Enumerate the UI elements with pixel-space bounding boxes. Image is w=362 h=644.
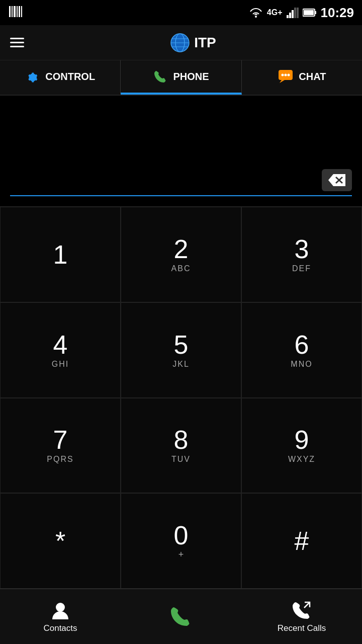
gear-icon (25, 69, 40, 84)
contacts-button[interactable]: Contacts (0, 589, 121, 644)
key-number-11: # (295, 528, 309, 554)
barcode-icon (8, 4, 23, 19)
svg-rect-2 (14, 6, 16, 17)
tab-chat-label: CHAT (299, 71, 326, 83)
svg-rect-10 (294, 8, 296, 18)
app-header: ITP (0, 25, 362, 60)
svg-point-6 (255, 16, 257, 18)
key-number-1: 2 (174, 236, 189, 262)
tab-phone[interactable]: PHONE (121, 60, 241, 95)
main-content: 12ABC3DEF4GHI5JKL6MNO7PQRS8TUV9WXYZ*0+# … (0, 96, 362, 644)
key-number-0: 1 (53, 242, 68, 268)
backspace-button[interactable] (322, 169, 352, 191)
tab-chat[interactable]: CHAT (242, 60, 362, 95)
key-letters-3: GHI (52, 360, 69, 369)
svg-rect-3 (17, 6, 18, 17)
backspace-icon (327, 173, 346, 187)
svg-rect-13 (315, 11, 316, 14)
key-7[interactable]: 7PQRS (0, 398, 121, 494)
key-0[interactable]: 0+ (121, 493, 241, 589)
key-letters-5: MNO (291, 360, 312, 369)
key-number-6: 7 (53, 427, 68, 453)
status-bar: 4G+ 10:29 (0, 0, 362, 25)
network-label: 4G+ (267, 8, 283, 17)
person-icon (50, 600, 70, 620)
tab-control-label: CONTROL (45, 71, 95, 83)
app-logo: ITP (34, 33, 352, 53)
svg-point-22 (282, 74, 284, 76)
tab-bar: CONTROL PHONE CHAT (0, 60, 362, 96)
key-letters-1: ABC (171, 264, 191, 273)
svg-rect-14 (304, 10, 314, 15)
svg-rect-7 (287, 15, 289, 18)
svg-rect-0 (9, 6, 11, 17)
key-#[interactable]: # (241, 493, 362, 589)
tab-phone-label: PHONE (173, 71, 209, 83)
phone-icon (153, 69, 168, 84)
dialer-display (0, 96, 362, 206)
dialer-input[interactable] (10, 170, 322, 190)
key-number-3: 4 (53, 332, 68, 358)
recent-calls-label: Recent Calls (278, 623, 326, 633)
key-8[interactable]: 8TUV (121, 398, 241, 494)
key-number-7: 8 (174, 427, 189, 453)
svg-rect-4 (19, 6, 20, 17)
cell-signal-icon (287, 7, 299, 18)
chat-icon (278, 69, 294, 84)
svg-point-23 (285, 74, 287, 76)
contacts-label: Contacts (43, 623, 77, 633)
key-5[interactable]: 5JKL (121, 302, 241, 398)
wifi-icon (249, 7, 263, 18)
call-button[interactable] (121, 589, 241, 644)
globe-icon (170, 33, 190, 53)
svg-rect-1 (12, 6, 13, 17)
svg-rect-5 (21, 6, 22, 17)
key-6[interactable]: 6MNO (241, 302, 362, 398)
key-number-9: * (55, 528, 65, 554)
key-number-5: 6 (295, 332, 309, 358)
key-3[interactable]: 3DEF (241, 207, 362, 302)
key-9[interactable]: 9WXYZ (241, 398, 362, 494)
svg-line-29 (304, 602, 310, 608)
svg-rect-11 (297, 8, 299, 18)
dialer-input-row (10, 169, 352, 196)
key-letters-7: TUV (171, 455, 191, 464)
key-4[interactable]: 4GHI (0, 302, 121, 398)
svg-marker-21 (280, 80, 285, 83)
recent-calls-icon (291, 600, 313, 620)
logo-text: ITP (194, 35, 216, 51)
status-bar-left (8, 4, 23, 21)
key-2[interactable]: 2ABC (121, 207, 241, 302)
svg-marker-25 (328, 174, 345, 186)
key-letters-8: WXYZ (288, 455, 315, 464)
key-letters-6: PQRS (47, 455, 73, 464)
svg-rect-9 (292, 10, 294, 18)
key-letters-4: JKL (172, 360, 190, 369)
key-number-8: 9 (295, 427, 309, 453)
status-icons: 4G+ 10:29 (249, 5, 354, 21)
status-time: 10:29 (321, 5, 354, 21)
key-*[interactable]: * (0, 493, 121, 589)
svg-point-24 (288, 74, 290, 76)
svg-rect-8 (289, 13, 291, 18)
keypad: 12ABC3DEF4GHI5JKL6MNO7PQRS8TUV9WXYZ*0+# (0, 206, 362, 589)
call-icon (168, 604, 194, 629)
key-sub-10: + (178, 549, 184, 560)
key-number-2: 3 (295, 236, 309, 262)
bottom-bar: Contacts Recent Calls (0, 589, 362, 644)
menu-button[interactable] (10, 38, 24, 47)
key-number-10: 0 (174, 522, 189, 548)
tab-control[interactable]: CONTROL (0, 60, 121, 95)
svg-point-28 (56, 603, 65, 612)
battery-icon (303, 8, 317, 17)
recent-calls-button[interactable]: Recent Calls (241, 589, 362, 644)
key-number-4: 5 (174, 332, 189, 358)
key-1[interactable]: 1 (0, 207, 121, 302)
key-letters-2: DEF (292, 264, 311, 273)
